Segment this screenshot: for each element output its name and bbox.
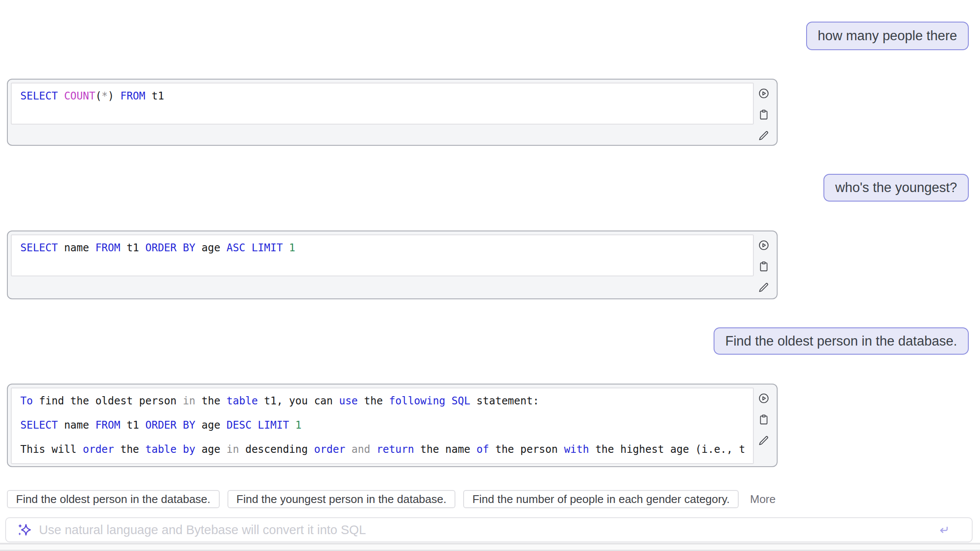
clipboard-icon xyxy=(758,414,769,425)
user-message-bubble: Find the oldest person in the database. xyxy=(714,327,969,355)
card-action-column xyxy=(754,234,774,295)
sql-chat-panel: how many people there SELECT COUNT(*) FR… xyxy=(0,0,980,551)
sql-code-editor[interactable]: SELECT COUNT(*) FROM t1 xyxy=(11,83,754,125)
return-arrow-icon xyxy=(937,523,950,536)
card-action-column xyxy=(754,388,774,463)
pencil-icon xyxy=(758,130,769,141)
edit-sql-button[interactable] xyxy=(758,435,769,446)
sql-code: To find the oldest person in the table t… xyxy=(20,393,744,458)
ai-sparkle-icon xyxy=(16,522,32,538)
suggestion-chip-oldest[interactable]: Find the oldest person in the database. xyxy=(7,490,220,508)
more-suggestions-link[interactable]: More xyxy=(750,493,775,506)
suggestion-chip-gender-count[interactable]: Find the number of people in each gender… xyxy=(463,490,739,508)
pencil-icon xyxy=(758,435,769,446)
run-query-button[interactable] xyxy=(758,88,769,99)
nl-to-sql-input-bar xyxy=(5,517,973,542)
copy-sql-button[interactable] xyxy=(758,414,769,425)
pencil-icon xyxy=(758,282,769,293)
sql-code-editor[interactable]: SELECT name FROM t1 ORDER BY age ASC LIM… xyxy=(11,234,754,276)
edit-sql-button[interactable] xyxy=(758,282,769,293)
play-circle-icon xyxy=(758,88,769,99)
user-message-bubble: who's the youngest? xyxy=(823,174,969,202)
submit-query-button[interactable] xyxy=(937,523,950,536)
sql-response-card: SELECT COUNT(*) FROM t1 xyxy=(7,79,778,146)
copy-sql-button[interactable] xyxy=(758,261,769,272)
copy-sql-button[interactable] xyxy=(758,109,769,120)
run-query-button[interactable] xyxy=(758,240,769,251)
user-message-bubble: how many people there xyxy=(806,22,969,50)
sql-response-card: To find the oldest person in the table t… xyxy=(7,384,778,467)
sql-code-editor[interactable]: To find the oldest person in the table t… xyxy=(11,388,754,464)
play-circle-icon xyxy=(758,240,769,251)
bottom-panel-edge xyxy=(0,543,980,551)
card-action-column xyxy=(754,83,774,142)
edit-sql-button[interactable] xyxy=(758,130,769,141)
clipboard-icon xyxy=(758,261,769,272)
sql-code: SELECT COUNT(*) FROM t1 xyxy=(20,88,744,104)
suggestion-chips-row: Find the oldest person in the database. … xyxy=(7,490,775,508)
nl-query-input[interactable] xyxy=(39,523,930,537)
suggestion-chip-youngest[interactable]: Find the youngest person in the database… xyxy=(227,490,456,508)
clipboard-icon xyxy=(758,109,769,120)
sql-response-card: SELECT name FROM t1 ORDER BY age ASC LIM… xyxy=(7,231,778,299)
sql-code: SELECT name FROM t1 ORDER BY age ASC LIM… xyxy=(20,240,744,256)
play-circle-icon xyxy=(758,393,769,404)
run-query-button[interactable] xyxy=(758,393,769,404)
